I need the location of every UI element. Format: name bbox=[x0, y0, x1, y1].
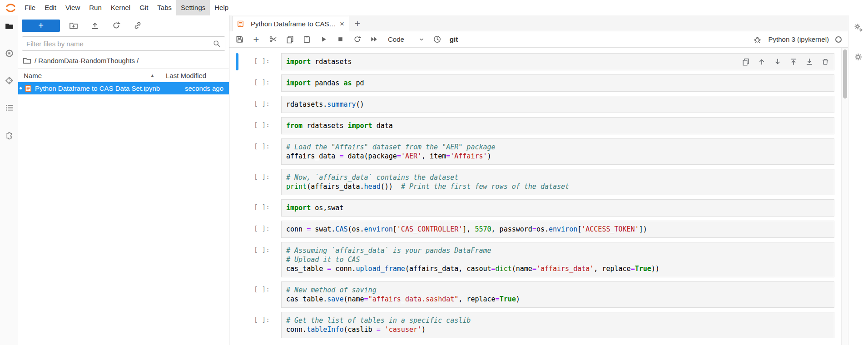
property-inspector-icon[interactable] bbox=[853, 23, 863, 33]
file-row[interactable]: Python Dataframe to CAS Data Set.ipynb s… bbox=[18, 82, 229, 94]
cell-collapser[interactable] bbox=[236, 96, 238, 113]
cell-prompt: [ ]: bbox=[242, 138, 281, 165]
refresh-icon[interactable] bbox=[112, 21, 121, 30]
column-header-name[interactable]: Name ▲ bbox=[18, 72, 161, 79]
running-sessions-icon[interactable] bbox=[4, 48, 14, 58]
cell-collapser[interactable] bbox=[236, 221, 238, 238]
extension-manager-icon[interactable] bbox=[4, 130, 14, 140]
menu-run[interactable]: Run bbox=[84, 0, 106, 15]
cell-editor[interactable]: # Now, `affairs_data` contains the datas… bbox=[281, 169, 834, 195]
scrollbar-thumb[interactable] bbox=[843, 49, 847, 99]
kernel-status-icon[interactable] bbox=[835, 36, 842, 43]
upload-icon[interactable] bbox=[90, 21, 99, 30]
notebook-content: [ ]:import rdatasets bbox=[229, 48, 848, 345]
cell-editor[interactable]: from rdatasets import data bbox=[281, 117, 834, 134]
duplicate-cell-icon[interactable] bbox=[742, 58, 750, 66]
restart-kernel-icon[interactable] bbox=[352, 35, 362, 44]
notebook-cell[interactable]: [ ]:# Load the "Affairs" dataset from th… bbox=[236, 138, 834, 165]
filter-files-input[interactable] bbox=[26, 40, 213, 48]
notebook-cell[interactable]: [ ]:import rdatasets bbox=[236, 53, 834, 70]
cell-collapser[interactable] bbox=[236, 242, 238, 277]
menu-settings[interactable]: Settings bbox=[176, 0, 210, 15]
cell-editor[interactable]: import rdatasets bbox=[281, 53, 834, 70]
file-list-header: Name ▲ Last Modified bbox=[18, 69, 229, 82]
menu-git[interactable]: Git bbox=[135, 0, 153, 15]
kernel-name[interactable]: Python 3 (ipykernel) bbox=[769, 35, 829, 43]
menu-edit[interactable]: Edit bbox=[40, 0, 61, 15]
cell-type-dropdown[interactable]: Code bbox=[388, 35, 425, 43]
move-cell-down-icon[interactable] bbox=[774, 58, 782, 66]
cell-editor[interactable]: # Get the list of tables in a specific c… bbox=[281, 312, 834, 338]
notebook-panel: Python Dataframe to CAS Data Set.ipynb ×… bbox=[229, 15, 848, 345]
notebook-cell[interactable]: [ ]:import os,swat bbox=[236, 199, 834, 217]
cut-icon[interactable] bbox=[268, 35, 278, 44]
cell-editor[interactable]: # New method of savingcas_table.save(nam… bbox=[281, 281, 834, 308]
menu-file[interactable]: File bbox=[20, 0, 40, 15]
git-toolbar-button[interactable]: git bbox=[450, 35, 458, 43]
insert-cell-above-icon[interactable] bbox=[789, 58, 798, 66]
history-clock-icon[interactable] bbox=[433, 35, 442, 44]
menu-tabs[interactable]: Tabs bbox=[153, 0, 176, 15]
cell-editor[interactable]: rdatasets.summary() bbox=[281, 96, 834, 113]
insert-cell-icon[interactable]: + bbox=[252, 34, 261, 45]
breadcrumb[interactable]: / RandomData-RandomThoughts / bbox=[18, 54, 229, 69]
copy-icon[interactable] bbox=[285, 35, 294, 44]
notebook-cell[interactable]: [ ]:import pandas as pd bbox=[236, 74, 834, 92]
save-icon[interactable] bbox=[235, 35, 244, 44]
git-sidebar-icon[interactable] bbox=[4, 75, 14, 85]
menu-kernel[interactable]: Kernel bbox=[106, 0, 135, 15]
notebook-cell[interactable]: [ ]:# New method of savingcas_table.save… bbox=[236, 281, 834, 308]
cell-toolbar bbox=[742, 58, 829, 66]
run-icon[interactable] bbox=[319, 35, 328, 44]
cell-collapser[interactable] bbox=[236, 53, 238, 70]
debugger-bug-icon[interactable] bbox=[753, 35, 762, 44]
cell-collapser[interactable] bbox=[236, 169, 238, 195]
filter-files-box bbox=[22, 36, 225, 51]
cell-editor[interactable]: conn = swat.CAS(os.environ['CAS_CONTROLL… bbox=[281, 221, 834, 238]
new-launcher-button[interactable]: + bbox=[22, 20, 60, 32]
insert-cell-below-icon[interactable] bbox=[805, 58, 813, 66]
tab-title: Python Dataframe to CAS Data Set.ipynb bbox=[251, 20, 336, 28]
new-folder-icon[interactable] bbox=[69, 21, 78, 30]
cell-editor[interactable]: import pandas as pd bbox=[281, 74, 834, 92]
cell-prompt: [ ]: bbox=[242, 199, 281, 217]
cell-list: [ ]:import rdatasets bbox=[236, 53, 834, 338]
menu-help[interactable]: Help bbox=[210, 0, 233, 15]
home-folder-icon[interactable] bbox=[23, 56, 31, 65]
cell-collapser[interactable] bbox=[236, 281, 238, 308]
run-all-icon[interactable] bbox=[369, 35, 378, 44]
cell-collapser[interactable] bbox=[236, 199, 238, 217]
notebook-tab-icon bbox=[237, 20, 244, 27]
cell-editor[interactable]: # Load the "Affairs" dataset from the "A… bbox=[281, 138, 834, 165]
delete-cell-icon[interactable] bbox=[821, 58, 829, 66]
stop-icon[interactable] bbox=[336, 35, 345, 44]
paste-icon[interactable] bbox=[302, 35, 311, 44]
cell-collapser[interactable] bbox=[236, 312, 238, 338]
tab-bar: Python Dataframe to CAS Data Set.ipynb ×… bbox=[229, 15, 848, 31]
settings-gear-icon[interactable] bbox=[853, 52, 863, 62]
cell-editor[interactable]: import os,swat bbox=[281, 199, 834, 217]
column-header-last-modified[interactable]: Last Modified bbox=[161, 69, 229, 82]
notebook-cell[interactable]: [ ]:# Assuming `affairs_data` is your pa… bbox=[236, 242, 834, 277]
add-tab-button[interactable]: + bbox=[349, 16, 366, 31]
notebook-cell[interactable]: [ ]:from rdatasets import data bbox=[236, 117, 834, 134]
cell-collapser[interactable] bbox=[236, 74, 238, 92]
table-of-contents-icon[interactable] bbox=[4, 103, 14, 113]
move-cell-up-icon[interactable] bbox=[758, 58, 766, 66]
notebook-cell[interactable]: [ ]:rdatasets.summary() bbox=[236, 96, 834, 113]
close-tab-icon[interactable]: × bbox=[340, 20, 344, 28]
breadcrumb-path: / RandomData-RandomThoughts / bbox=[35, 57, 139, 64]
cell-type-value: Code bbox=[388, 35, 404, 43]
notebook-tab[interactable]: Python Dataframe to CAS Data Set.ipynb × bbox=[232, 16, 349, 31]
cell-editor[interactable]: # Assuming `affairs_data` is your pandas… bbox=[281, 242, 834, 277]
git-clone-icon[interactable] bbox=[133, 21, 142, 30]
menu-view[interactable]: View bbox=[61, 0, 84, 15]
notebook-cell[interactable]: [ ]:# Get the list of tables in a specif… bbox=[236, 312, 834, 338]
cell-collapser[interactable] bbox=[236, 117, 238, 134]
notebook-scrollbar[interactable] bbox=[841, 48, 848, 345]
cell-prompt: [ ]: bbox=[242, 53, 281, 70]
cell-collapser[interactable] bbox=[236, 138, 238, 165]
notebook-cell[interactable]: [ ]:# Now, `affairs_data` contains the d… bbox=[236, 169, 834, 195]
file-browser-icon[interactable] bbox=[4, 21, 14, 31]
notebook-cell[interactable]: [ ]:conn = swat.CAS(os.environ['CAS_CONT… bbox=[236, 221, 834, 238]
